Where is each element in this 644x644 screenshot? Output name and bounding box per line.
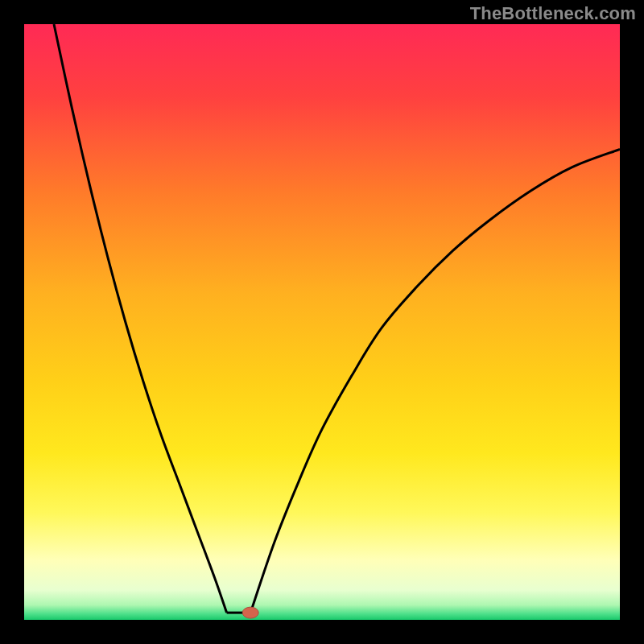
- chart-svg: [24, 24, 620, 620]
- bottleneck-marker: [242, 607, 258, 618]
- chart-frame: TheBottleneck.com: [0, 0, 644, 644]
- plot-area: [24, 24, 620, 620]
- gradient-background: [24, 24, 620, 620]
- watermark-text: TheBottleneck.com: [470, 3, 636, 24]
